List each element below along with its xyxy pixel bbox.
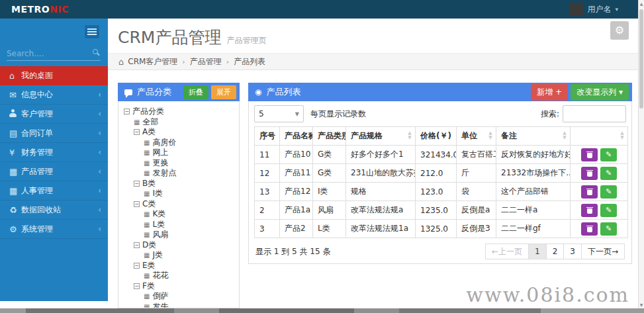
delete-button[interactable] (581, 204, 598, 217)
yen-icon: ¥ (9, 148, 21, 157)
collapse-box-icon[interactable]: − (134, 181, 140, 187)
tree-node-label: E类 (142, 260, 156, 271)
scrollbar-thumb[interactable] (639, 9, 643, 109)
expand-button[interactable]: 展开 (211, 85, 236, 99)
cell-actions: ✎ (571, 220, 628, 238)
sidebar-item-5[interactable]: ▦产品管理‹ (0, 162, 108, 181)
collapse-box-icon[interactable]: − (134, 129, 140, 135)
topbar: METRONIC 用户名 ▾ (0, 0, 638, 19)
cell-actions: ✎ (571, 201, 628, 220)
delete-button[interactable] (581, 222, 598, 236)
home-icon: ⌂ (118, 57, 124, 67)
scroll-up-icon[interactable]: ▲ (639, 1, 644, 6)
change-columns-button[interactable]: 改变显示列 ▾ (571, 84, 629, 101)
grid-icon: ▦ (9, 186, 21, 196)
sidebar-item-4[interactable]: ¥财务管理‹ (0, 143, 108, 162)
prev-page-button[interactable]: ←上一页 (485, 244, 529, 259)
tree-node[interactable]: ▦L类 (118, 220, 239, 230)
tree-node[interactable]: ▦全部 (118, 117, 239, 128)
cell-price: 321434.0 (416, 146, 457, 164)
grid-icon: ▦ (144, 303, 150, 308)
page-button-3[interactable]: 3 (563, 244, 582, 259)
table-row: 12产品11G类231山地的散大苏打...212.0斤21332市场操作下...… (255, 164, 628, 183)
cell-spec: 改革法规法规a (346, 201, 416, 220)
collapse-button[interactable]: 折叠 (183, 85, 208, 99)
cell-spec: 规格 (346, 183, 416, 201)
sidebar-item-0[interactable]: ⌂我的桌面 (0, 66, 108, 85)
tree-node[interactable]: ▦K类 (118, 209, 239, 220)
tree-node[interactable]: ▦J类 (118, 250, 239, 261)
column-header-4[interactable]: 价格(￥) (416, 127, 457, 146)
table-search-input[interactable] (563, 105, 626, 122)
column-header-0[interactable]: 序号 (255, 127, 280, 146)
table-row: 3产品2L类改革法规法规1a1325.0反倒是3二二一样gf✎ (255, 220, 628, 238)
collapse-box-icon[interactable]: − (134, 283, 140, 289)
page-size-select[interactable]: 5 ▼ (254, 105, 304, 122)
tree-node[interactable]: ▦更换 (118, 158, 239, 169)
page-button-2[interactable]: 2 (546, 244, 565, 259)
column-header-3[interactable]: 产品规格▲▼ (346, 127, 416, 146)
edit-button[interactable]: ✎ (600, 148, 617, 161)
edit-button[interactable]: ✎ (600, 222, 617, 236)
tree-node[interactable]: −C类 (118, 199, 239, 210)
tree-node[interactable]: −产品分类 (118, 107, 239, 117)
tree-node-label: L类 (152, 219, 165, 230)
column-header-2[interactable]: 产品类别 (313, 127, 346, 146)
delete-button[interactable] (581, 148, 598, 161)
collapse-box-icon[interactable]: − (134, 242, 140, 248)
breadcrumb-item-1[interactable]: 产品管理 (190, 56, 222, 67)
tree-node[interactable]: ▦倒萨 (118, 291, 239, 302)
hamburger-icon[interactable] (85, 25, 99, 38)
sidebar-item-7[interactable]: ♻数据回收站‹ (0, 201, 108, 220)
cell-actions: ✎ (571, 146, 628, 164)
delete-button[interactable] (581, 185, 598, 199)
search-icon[interactable] (93, 49, 98, 54)
column-header-5[interactable]: 单位▲▼ (457, 127, 496, 146)
column-header-1[interactable]: 产品名称▲ (280, 127, 313, 146)
tree-node[interactable]: −F类 (118, 281, 239, 292)
grid-icon: ▦ (144, 149, 150, 156)
tree-node[interactable]: ▦风扇 (118, 230, 239, 240)
tree-node[interactable]: ▦网上 (118, 148, 239, 158)
edit-button[interactable]: ✎ (600, 185, 617, 199)
sidebar-item-8[interactable]: ⚙系统管理‹ (0, 220, 108, 239)
collapse-box-icon[interactable]: − (124, 109, 130, 114)
page-button-1[interactable]: 1 (528, 244, 547, 259)
collapse-box-icon[interactable]: − (134, 263, 140, 269)
sidebar-item-6[interactable]: ▦人事管理‹ (0, 181, 108, 201)
tree-node[interactable]: ▦发射点 (118, 168, 239, 179)
tree-node[interactable]: ▦花花 (118, 271, 239, 281)
next-page-button[interactable]: 下一页→ (581, 244, 625, 259)
gear-icon[interactable]: ⚙ (610, 21, 629, 40)
tree-node[interactable]: ▦高房价 (118, 138, 239, 148)
taskbar-strip (0, 308, 644, 313)
username-label: 用户名 (587, 4, 611, 15)
sidebar-item-3[interactable]: ▤合同订单‹ (0, 124, 108, 143)
home-icon: ⌂ (9, 71, 21, 81)
sidebar-item-2[interactable]: 客户管理‹ (0, 105, 108, 124)
column-header-7[interactable]: ▲▼ (571, 127, 628, 146)
tree-node[interactable]: −E类 (118, 261, 239, 271)
cell-category: G类 (313, 164, 346, 183)
sidebar-search-input[interactable] (7, 49, 86, 58)
column-header-6[interactable]: 备注▲▼ (496, 127, 571, 146)
vertical-scrollbar[interactable]: ▲ ▼ (638, 0, 644, 308)
tree-node[interactable]: −B类 (118, 179, 239, 189)
user-menu[interactable]: 用户名 ▾ (570, 2, 618, 17)
delete-button[interactable] (581, 167, 598, 180)
sidebar-item-label: 我的桌面 (21, 70, 101, 81)
collapse-box-icon[interactable]: − (134, 201, 140, 207)
sidebar-item-1[interactable]: ✉信息中心‹ (0, 85, 108, 105)
avatar (570, 3, 583, 16)
tree-node[interactable]: −D类 (118, 240, 239, 251)
breadcrumb-item-0[interactable]: CRM客户管理 (128, 56, 177, 67)
cell-id: 12 (255, 164, 280, 183)
scroll-down-icon[interactable]: ▼ (639, 302, 644, 307)
add-button[interactable]: 新增 + (531, 84, 568, 101)
breadcrumb-item-2[interactable]: 产品列表 (234, 56, 265, 67)
edit-button[interactable]: ✎ (600, 204, 617, 217)
edit-button[interactable]: ✎ (600, 167, 617, 180)
tree-node[interactable]: ▦I类 (118, 189, 239, 199)
tree-node[interactable]: ▦发牛 (118, 302, 239, 309)
tree-node[interactable]: −A类 (118, 127, 239, 138)
